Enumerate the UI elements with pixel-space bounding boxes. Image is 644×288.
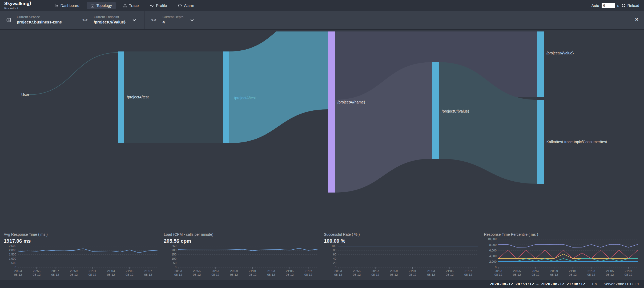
x-tick-time: 21:03 [587,269,595,273]
nav-item-label: Profile [156,3,167,8]
series-p75-line [498,259,638,262]
y-tick-label: 0 [15,266,16,269]
x-tick-date: 08-12 [353,273,361,276]
x-tick-date: 08-12 [390,273,398,276]
sankey-node-kafka-consumer[interactable] [537,100,544,184]
y-tick-label: 60 [333,253,336,256]
x-tick-time: 20:53 [494,269,502,273]
x-tick-time: 20:59 [70,269,78,273]
current-endpoint-value: /projectC/{value} [94,20,126,25]
current-service-value: projectC.business-zone [17,20,62,25]
server-zone-label: Server Zone UTC + 1 [604,282,639,286]
y-tick-label: 2,500 [9,244,16,247]
language-toggle[interactable]: En [592,282,597,286]
x-tick-time: 21:07 [464,269,472,273]
app-logo[interactable]: Skywalking) Rocketbot [4,1,31,10]
y-tick-label: 200 [171,249,176,252]
sankey-node-projectC-value[interactable] [432,62,439,159]
x-tick-date: 08-12 [126,273,133,276]
x-tick-date: 08-12 [174,273,182,276]
y-tick-label: 20 [333,261,336,265]
nav-item-topology[interactable]: Topology [87,2,116,9]
code-brackets-icon: <> [82,18,88,22]
x-tick-date: 08-12 [606,273,614,276]
chart-canvas-response-time-percentile[interactable]: 02,0004,0006,0008,00010,00020:5308-1220:… [484,237,641,279]
sankey-node-label-projectA-name: /projectA/{name} [337,100,365,104]
x-tick-date: 08-12 [193,273,200,276]
sankey-node-projectA-name[interactable] [328,31,335,193]
y-tick-label: 40 [333,257,336,260]
x-tick-time: 21:07 [304,269,312,273]
x-tick-date: 08-12 [532,273,539,276]
nav-item-label: Dashboard [61,3,79,8]
chart-value: 1917.06 ms [4,237,160,244]
chart-title: Load (CPM - calls per minute) [164,231,320,237]
refresh-controls: Auto s Reload [591,3,639,8]
y-tick-label: 50 [173,261,176,265]
x-tick-time: 21:05 [606,269,614,273]
x-tick-time: 21:03 [107,269,115,273]
x-tick-date: 08-12 [267,273,275,276]
sankey-node-projectA-test-2[interactable] [223,51,229,143]
nav-item-label: Alarm [184,3,194,8]
series-p95-line [498,250,638,259]
x-tick-time: 20:55 [193,269,201,273]
x-tick-date: 08-12 [464,273,472,276]
x-tick-time: 21:01 [569,269,577,273]
current-service-selector[interactable]: Current Service projectC.business-zone [0,11,76,29]
x-tick-date: 08-12 [494,273,502,276]
chart-response-time-percentile: Response Time Percentile ( ms ) 02,0004,… [484,231,641,280]
dashboard-icon [55,4,58,7]
metric-charts-row: Avg Response Time ( ms ) 1917.06 ms 0500… [0,230,644,280]
x-tick-time: 21:01 [88,269,96,273]
chart-canvas-successful-rate[interactable]: 02040608010020:5308-1220:5508-1220:5708-… [324,244,480,279]
x-tick-date: 08-12 [211,273,219,276]
sankey-canvas[interactable]: User/projectA/test/projectA/test/project… [0,31,644,230]
reload-button[interactable]: Reload [622,3,639,8]
nav-item-profile[interactable]: Profile [146,2,171,9]
auto-unit-label: s [617,3,619,8]
sankey-node-label-projectA-test-2: /projectA/test [234,96,256,100]
x-tick-time: 21:07 [144,269,152,273]
flow-projectA-test-to-projectA-name[interactable] [229,31,328,143]
trace-icon [123,4,127,7]
x-tick-time: 21:03 [267,269,275,273]
y-tick-label: 100 [331,244,336,247]
x-tick-time: 20:59 [230,269,238,273]
current-endpoint-selector[interactable]: <> Current Endpoint /projectC/{value} [76,11,145,29]
x-tick-date: 08-12 [88,273,96,276]
series-load-line [178,248,317,251]
flow-user-to-projectA-test[interactable] [29,53,118,95]
top-nav: Skywalking) Rocketbot Dashboard Topology… [0,0,644,11]
x-tick-time: 21:01 [249,269,256,273]
y-tick-label: 1,000 [9,257,16,260]
chart-value: 205.56 cpm [164,237,320,244]
chart-canvas-avg-response-time[interactable]: 05001,0001,5002,0002,50020:5308-1220:550… [4,244,160,279]
sankey-node-projectB-value[interactable] [537,31,544,97]
chart-avg-response-time: Avg Response Time ( ms ) 1917.06 ms 0500… [4,231,160,280]
auto-interval-input[interactable] [602,3,615,8]
nav-menu: Dashboard Topology Trace Profile Alarm [51,2,198,9]
y-tick-label: 8,000 [489,243,496,246]
sankey-node-projectA-test-1[interactable] [118,51,124,143]
chart-title: Response Time Percentile ( ms ) [484,231,641,237]
x-tick-time: 20:55 [513,269,521,273]
chevron-down-icon[interactable] [190,19,194,21]
x-tick-time: 20:57 [372,269,379,273]
nav-item-trace[interactable]: Trace [119,2,143,9]
x-tick-time: 21:01 [409,269,416,273]
y-tick-label: 500 [11,261,16,265]
close-icon[interactable]: ✕ [635,17,639,22]
x-tick-date: 08-12 [107,273,115,276]
chart-canvas-load-cpm[interactable]: 05010015020025020:5308-1220:5508-1220:57… [164,244,320,279]
current-depth-selector[interactable]: <> Current Depth 4 [145,11,206,29]
logo-subtitle: Rocketbot [4,7,31,10]
x-tick-time: 20:55 [33,269,41,273]
nav-item-alarm[interactable]: Alarm [174,2,198,9]
x-tick-date: 08-12 [14,273,22,276]
service-icon [6,18,11,22]
reload-icon [622,3,626,7]
x-tick-date: 08-12 [286,273,293,276]
chevron-down-icon[interactable] [132,19,136,21]
nav-item-dashboard[interactable]: Dashboard [51,2,83,9]
